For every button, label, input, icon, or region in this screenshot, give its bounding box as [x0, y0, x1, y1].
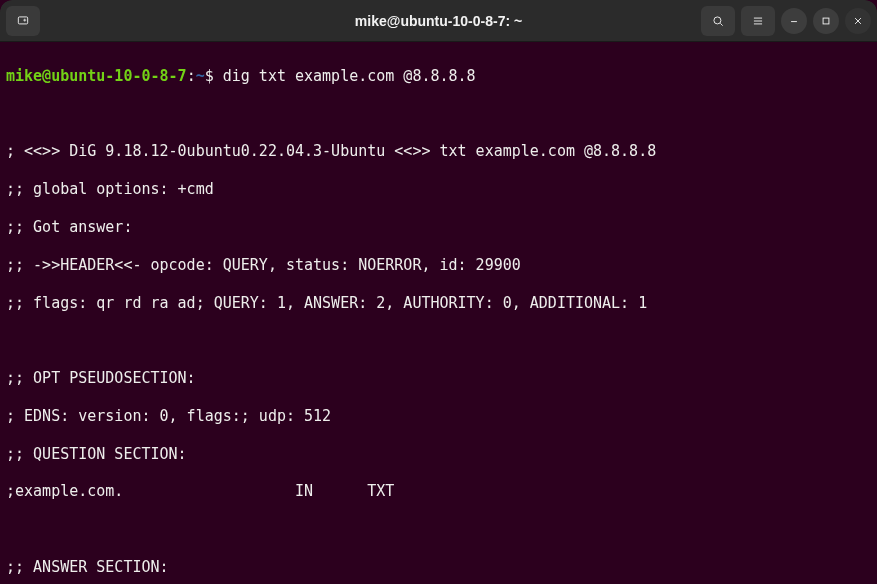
hamburger-icon: [751, 14, 765, 28]
new-tab-icon: [16, 14, 30, 28]
svg-point-2: [714, 16, 721, 23]
output-line: ;; global options: +cmd: [6, 180, 871, 199]
terminal-body[interactable]: mike@ubuntu-10-0-8-7:~$ dig txt example.…: [0, 42, 877, 584]
search-button[interactable]: [701, 6, 735, 36]
prompt-dollar: $: [205, 67, 223, 85]
new-tab-button[interactable]: [6, 6, 40, 36]
output-line: ;; OPT PSEUDOSECTION:: [6, 369, 871, 388]
svg-line-3: [720, 23, 722, 25]
prompt-user: mike@ubuntu-10-0-8-7: [6, 67, 187, 85]
close-button[interactable]: [845, 8, 871, 34]
output-line: ;example.com. IN TXT: [6, 482, 871, 501]
prompt-line: mike@ubuntu-10-0-8-7:~$ dig txt example.…: [6, 67, 871, 86]
search-icon: [711, 14, 725, 28]
output-line: ;; Got answer:: [6, 218, 871, 237]
command-text: dig txt example.com @8.8.8.8: [223, 67, 476, 85]
close-icon: [851, 14, 865, 28]
window-titlebar: mike@ubuntu-10-0-8-7: ~: [0, 0, 877, 42]
output-line: [6, 105, 871, 124]
output-line: ; EDNS: version: 0, flags:; udp: 512: [6, 407, 871, 426]
prompt-path: ~: [196, 67, 205, 85]
output-line: ; <<>> DiG 9.18.12-0ubuntu0.22.04.3-Ubun…: [6, 142, 871, 161]
output-line: ;; QUESTION SECTION:: [6, 445, 871, 464]
output-line: [6, 520, 871, 539]
minimize-button[interactable]: [781, 8, 807, 34]
minimize-icon: [787, 14, 801, 28]
maximize-button[interactable]: [813, 8, 839, 34]
maximize-icon: [819, 14, 833, 28]
window-title: mike@ubuntu-10-0-8-7: ~: [355, 13, 522, 29]
output-line: ;; ->>HEADER<<- opcode: QUERY, status: N…: [6, 256, 871, 275]
svg-rect-0: [18, 16, 27, 23]
output-line: [6, 331, 871, 350]
menu-button[interactable]: [741, 6, 775, 36]
output-line: ;; flags: qr rd ra ad; QUERY: 1, ANSWER:…: [6, 294, 871, 313]
svg-rect-8: [823, 18, 829, 24]
output-line: ;; ANSWER SECTION:: [6, 558, 871, 577]
prompt-colon: :: [187, 67, 196, 85]
